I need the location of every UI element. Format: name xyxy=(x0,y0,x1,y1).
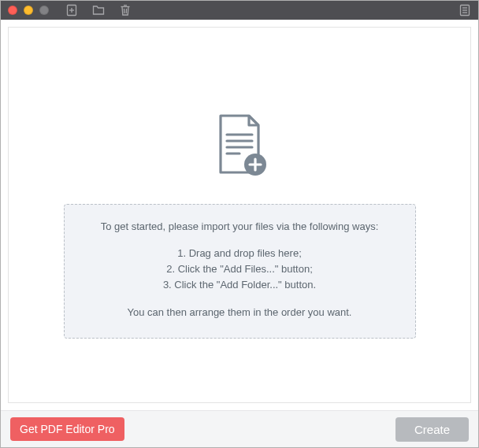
footer: Get PDF Editor Pro Create xyxy=(1,410,478,447)
instructions-outro: You can then arrange them in the order y… xyxy=(72,305,407,320)
get-pro-button[interactable]: Get PDF Editor Pro xyxy=(10,417,124,441)
preferences-icon[interactable] xyxy=(459,4,471,17)
app-window: To get started, please import your files… xyxy=(0,0,479,448)
close-window-button[interactable] xyxy=(8,6,17,15)
instructions-box: To get started, please import your files… xyxy=(64,204,416,339)
instruction-step-1: 1. Drag and drop files here; xyxy=(72,246,407,261)
zoom-window-button[interactable] xyxy=(39,6,49,15)
create-button[interactable]: Create xyxy=(395,417,469,442)
window-controls xyxy=(8,6,49,15)
instruction-step-3: 3. Click the "Add Folder..." button. xyxy=(72,277,407,293)
instructions-steps: 1. Drag and drop files here; 2. Click th… xyxy=(72,246,407,293)
add-folder-icon[interactable] xyxy=(92,4,105,17)
add-files-icon[interactable] xyxy=(65,4,78,17)
document-add-icon xyxy=(208,113,271,180)
instruction-step-2: 2. Click the "Add Files..." button; xyxy=(72,261,407,277)
minimize-window-button[interactable] xyxy=(24,6,33,15)
toolbar-icons xyxy=(65,4,132,17)
instructions-intro: To get started, please import your files… xyxy=(72,219,407,235)
titlebar xyxy=(1,1,478,20)
delete-icon[interactable] xyxy=(119,4,132,17)
content-area: To get started, please import your files… xyxy=(1,20,478,410)
drop-zone[interactable]: To get started, please import your files… xyxy=(8,27,471,403)
